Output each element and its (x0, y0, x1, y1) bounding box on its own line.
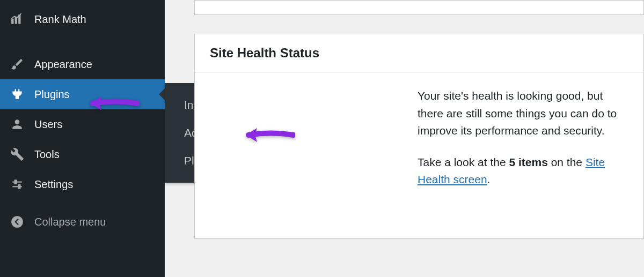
card-body: Your site's health is looking good, but … (195, 72, 643, 238)
sidebar-item-label: Plugins (34, 88, 70, 101)
arrow-annotation (244, 122, 295, 151)
sidebar-item-label: Tools (34, 148, 60, 161)
sidebar-item-rankmath[interactable]: Rank Math (0, 4, 165, 34)
sidebar-item-label: Rank Math (34, 13, 86, 26)
rankmath-icon (10, 12, 25, 27)
collapse-icon (10, 214, 25, 229)
card-title: Site Health Status (195, 34, 643, 72)
sidebar-item-label: Users (34, 118, 62, 131)
svg-rect-1 (15, 17, 17, 24)
wrench-icon (10, 147, 25, 162)
svg-point-7 (11, 216, 23, 228)
svg-rect-0 (11, 19, 13, 24)
sidebar-collapse[interactable]: Collapse menu (0, 207, 165, 237)
sidebar-item-users[interactable]: Users (0, 109, 165, 139)
items-count: 5 items (509, 156, 547, 168)
sliders-icon (10, 177, 25, 192)
svg-rect-6 (18, 185, 20, 189)
sidebar-item-label: Settings (34, 178, 73, 191)
brush-icon (10, 57, 25, 72)
health-text-1: Your site's health is looking good, but … (418, 87, 628, 140)
health-text-2: Take a look at the 5 items on the Site H… (418, 154, 628, 189)
sidebar-item-appearance[interactable]: Appearance (0, 49, 165, 79)
sidebar-item-label: Appearance (34, 58, 92, 71)
sidebar-item-plugins[interactable]: Plugins (0, 79, 165, 109)
user-icon (10, 117, 25, 132)
sidebar-item-tools[interactable]: Tools (0, 139, 165, 169)
plug-icon (10, 87, 25, 102)
sidebar-item-settings[interactable]: Settings (0, 169, 165, 199)
card-sliver (194, 0, 644, 15)
sidebar-collapse-label: Collapse menu (34, 216, 106, 228)
admin-sidebar: Rank Math Appearance Plugins Users Tools… (0, 0, 165, 277)
svg-rect-5 (15, 180, 17, 184)
arrow-annotation (89, 90, 140, 119)
